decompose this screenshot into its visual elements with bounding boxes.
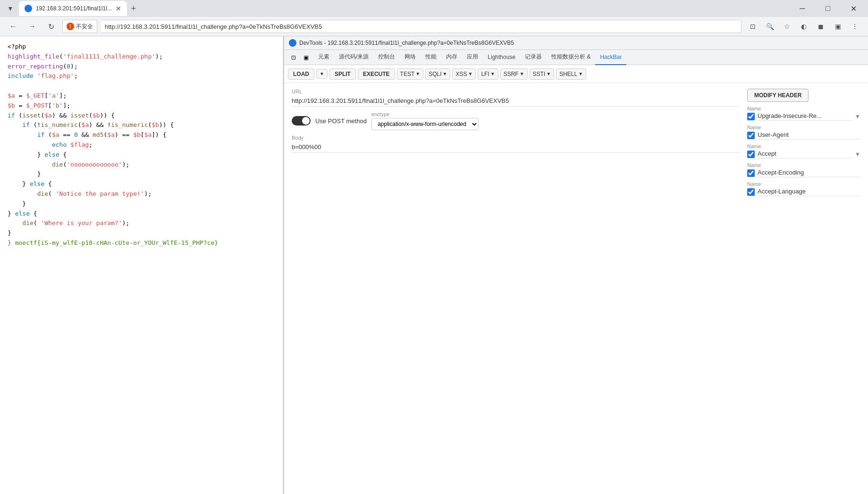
tab-elements[interactable]: 元素 <box>313 50 334 65</box>
header-name-row-3: Accept-Encoding <box>747 169 860 177</box>
body-section: Body <box>292 135 740 153</box>
header-row-1: Name User-Agent <box>747 125 860 140</box>
ssti-label: SSTI <box>533 71 546 77</box>
browser-tab[interactable]: 192.168.3.201:5911/final1l1l... ✕ <box>19 1 127 16</box>
tab-performance[interactable]: 性能 <box>421 50 441 65</box>
header-name-text-0: Upgrade-Insecure-Re... <box>758 112 852 121</box>
inspect-icon[interactable]: ⊡ <box>288 52 299 63</box>
xss-dropdown[interactable]: XSS ▼ <box>452 68 476 80</box>
hackbar-url-input[interactable] <box>292 95 740 107</box>
tab-sources[interactable]: 源代码/来源 <box>334 50 373 65</box>
address-bar-icons: ⊡ 🔍 ☆ ◐ ◼ ▣ ⋮ <box>745 19 862 34</box>
enctype-label: enctype <box>371 111 479 117</box>
sqli-label: SQLI <box>429 71 441 77</box>
tab-list-btn[interactable]: ▼ <box>4 2 17 15</box>
tab-close-btn[interactable]: ✕ <box>116 5 121 12</box>
refresh-button[interactable]: ↻ <box>43 19 59 34</box>
browser-chrome: ▼ 192.168.3.201:5911/final1l1l... ✕ + ─ … <box>0 0 868 36</box>
tab-network[interactable]: 网络 <box>400 50 421 65</box>
body-input[interactable] <box>292 142 740 153</box>
test-dropdown[interactable]: TEST ▼ <box>397 68 424 80</box>
tab-hackbar[interactable]: HackBar <box>595 50 626 65</box>
post-method-toggle[interactable] <box>292 116 311 126</box>
xss-arrow: ▼ <box>468 71 472 76</box>
ssti-dropdown[interactable]: SSTI ▼ <box>530 68 555 80</box>
lfi-dropdown[interactable]: LFI ▼ <box>478 68 498 80</box>
enctype-select[interactable]: application/x-www-form-urlencoded <box>371 118 479 130</box>
header-row-3: Name Accept-Encoding <box>747 162 860 177</box>
tab-application[interactable]: 应用 <box>462 50 483 65</box>
header-name-label-4: Name <box>747 181 860 187</box>
ssrf-dropdown[interactable]: SSRF ▼ <box>500 68 528 80</box>
back-button[interactable]: ← <box>6 19 21 34</box>
tab-recorder[interactable]: 记录器 <box>520 50 547 65</box>
sqli-dropdown[interactable]: SQLI ▼ <box>425 68 450 80</box>
header-name-row-4: Accept-Language <box>747 188 860 196</box>
devtools-panel: DevTools - 192.168.3.201:5911/final1l1l_… <box>283 36 868 494</box>
address-bar: ← → ↻ ! 不安全 ⊡ 🔍 ☆ ◐ ◼ ▣ ⋮ <box>0 17 868 36</box>
code-panel: <?php highlight_file('final1111_challeng… <box>0 36 283 494</box>
header-checkbox-0[interactable] <box>747 113 755 120</box>
enctype-section: enctype application/x-www-form-urlencode… <box>371 111 479 130</box>
header-checkbox-1[interactable] <box>747 132 755 139</box>
security-label: 不安全 <box>76 23 93 31</box>
more-icon[interactable]: ⋮ <box>847 19 862 34</box>
bookmark-icon[interactable]: ☆ <box>779 19 794 34</box>
header-name-text-3: Accept-Encoding <box>758 169 860 177</box>
load-dropdown[interactable]: ▼ <box>316 69 328 79</box>
header-name-label-3: Name <box>747 162 860 168</box>
screenshot-icon[interactable]: ⊡ <box>745 19 760 34</box>
devtools-nav: ⊡ ▣ 元素 源代码/来源 控制台 网络 性能 内存 应用 Lighthouse… <box>284 50 868 65</box>
header-name-text-4: Accept-Language <box>758 188 860 196</box>
ssrf-arrow: ▼ <box>520 71 524 76</box>
header-row-4: Name Accept-Language <box>747 181 860 196</box>
url-label: URL <box>292 89 740 94</box>
minimize-button[interactable]: ─ <box>792 0 813 17</box>
header-name-row-2: Accept ▼ <box>747 150 860 159</box>
tab-memory[interactable]: 内存 <box>441 50 462 65</box>
header-name-text-1: User-Agent <box>758 131 860 140</box>
theme-icon[interactable]: ◐ <box>796 19 811 34</box>
tab-perf-insights[interactable]: 性能数据分析 & <box>547 50 595 65</box>
load-button[interactable]: LOAD <box>288 68 314 80</box>
shell-dropdown[interactable]: SHELL ▼ <box>556 68 586 80</box>
tab-title: 192.168.3.201:5911/final1l1l... <box>36 5 112 12</box>
tab-console[interactable]: 控制台 <box>373 50 400 65</box>
extension-icon2[interactable]: ▣ <box>830 19 845 34</box>
window-controls: ─ □ ✕ <box>792 0 864 17</box>
header-expand-0[interactable]: ▼ <box>855 113 860 120</box>
post-method-label: Use POST method <box>315 117 367 125</box>
extension-icon1[interactable]: ◼ <box>813 19 828 34</box>
execute-button[interactable]: EXECUTE <box>358 68 395 80</box>
header-checkbox-2[interactable] <box>747 151 755 158</box>
device-icon[interactable]: ▣ <box>300 52 312 63</box>
lfi-arrow: ▼ <box>490 71 495 76</box>
forward-button[interactable]: → <box>25 19 40 34</box>
header-name-row-1: User-Agent <box>747 131 860 140</box>
php-code: <?php highlight_file('final1111_challeng… <box>8 42 275 248</box>
close-window-button[interactable]: ✕ <box>843 0 864 17</box>
shell-arrow: ▼ <box>578 71 583 76</box>
security-badge: ! 不安全 <box>62 20 97 33</box>
header-name-label-1: Name <box>747 125 860 130</box>
ssti-arrow: ▼ <box>546 71 551 76</box>
header-row-2: Name Accept ▼ <box>747 143 860 159</box>
shell-label: SHELL <box>559 71 577 77</box>
header-expand-2[interactable]: ▼ <box>855 151 860 158</box>
split-button[interactable]: SPLIT <box>329 68 356 80</box>
tab-favicon <box>25 5 32 12</box>
hackbar-right: MODIFY HEADER Name Upgrade-Insecure-Re..… <box>747 89 860 489</box>
modify-header-button[interactable]: MODIFY HEADER <box>747 89 809 102</box>
maximize-button[interactable]: □ <box>817 0 839 17</box>
new-tab-button[interactable]: + <box>127 2 140 15</box>
zoom-icon[interactable]: 🔍 <box>762 19 777 34</box>
header-checkbox-4[interactable] <box>747 188 755 196</box>
hackbar-content: URL Use POST method enctype application/… <box>284 83 868 494</box>
url-input[interactable] <box>101 20 742 33</box>
header-checkbox-3[interactable] <box>747 169 755 177</box>
ssrf-label: SSRF <box>504 71 519 77</box>
tab-lighthouse[interactable]: Lighthouse <box>483 50 520 65</box>
tab-navigation: ▼ <box>4 2 17 15</box>
post-method-row: Use POST method enctype application/x-ww… <box>292 111 740 130</box>
body-label: Body <box>292 135 740 141</box>
